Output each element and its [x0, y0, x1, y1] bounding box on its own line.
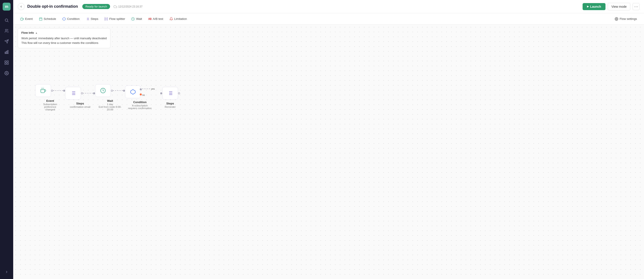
toolbar: Event Schedule Condition — [13, 13, 644, 25]
toolbar-ab-test-label: A/B test — [153, 17, 163, 21]
toolbar-item-event[interactable]: Event — [18, 16, 36, 22]
condition-no-dot — [140, 93, 142, 95]
event-label: Event Subscription preference changed — [39, 99, 61, 111]
flow-info-line2: This flow will run every time a customer… — [21, 41, 107, 45]
dot-steps2-in — [160, 92, 162, 94]
steps2-desc: Reminder — [159, 106, 181, 108]
node-event: Event Subscription preference changed — [35, 84, 65, 111]
sidebar-collapse-button[interactable] — [2, 267, 11, 276]
toolbar-item-ab-test[interactable]: AB A/B test — [146, 16, 166, 22]
node-steps1: Steps confirmation email — [65, 87, 95, 108]
sidebar-item-campaigns[interactable] — [2, 37, 11, 46]
connector-event-steps — [51, 90, 65, 92]
launch-button[interactable]: Launch — [582, 3, 606, 10]
view-mode-button[interactable]: View mode — [608, 3, 630, 10]
ab-test-icon: AB — [148, 18, 152, 21]
sidebar-logo: m — [3, 3, 10, 11]
connector-wait-condition — [111, 90, 125, 92]
svg-rect-3 — [5, 52, 6, 54]
steps1-node-box[interactable] — [65, 87, 81, 100]
timestamp-label: 12/12/2024 23:16:37 — [118, 5, 142, 8]
toolbar-item-schedule[interactable]: Schedule — [36, 16, 59, 22]
dot-wait-out — [111, 90, 113, 92]
toolbar-flow-settings[interactable]: Flow settings — [612, 16, 640, 22]
node-condition: yes no Condition A subscription requiers… — [125, 86, 155, 110]
toolbar-wait-label: Wait — [136, 17, 142, 21]
steps1-desc: confirmation email — [69, 106, 91, 108]
line-wait-condition — [113, 90, 123, 91]
dot-wait-in — [93, 92, 95, 94]
svg-rect-7 — [7, 61, 8, 62]
page-title: Double opt-in confirmation — [27, 4, 78, 9]
status-badge: Ready for launch — [82, 4, 110, 9]
svg-rect-8 — [5, 63, 6, 65]
toolbar-limitation-label: Limitation — [174, 17, 187, 21]
more-options-button[interactable]: ⋯ — [632, 3, 640, 10]
condition-desc: A subscription requiers confirmation — [128, 104, 152, 110]
line-steps1-wait — [83, 93, 93, 93]
toolbar-item-steps[interactable]: Steps — [83, 16, 101, 22]
flow-info-text: Work period: immediately after launch — … — [21, 36, 107, 45]
toolbar-flow-splitter-label: Flow splitter — [109, 17, 125, 21]
condition-label: Condition A subscription requiers confir… — [128, 101, 152, 110]
flow-info-chevron: ▲ — [35, 32, 38, 34]
toolbar-item-limitation[interactable]: Limitation — [167, 16, 190, 22]
steps2-label: Steps Reminder — [159, 102, 181, 108]
svg-point-0 — [5, 19, 8, 21]
sidebar: m — [0, 0, 13, 279]
line-event-steps — [53, 90, 63, 91]
svg-line-1 — [8, 21, 8, 22]
toolbar-item-condition[interactable]: Condition — [60, 16, 82, 22]
wait-desc2: Exit from node 8:00-20:00 — [98, 106, 122, 111]
steps1-name: Steps — [69, 102, 91, 105]
no-label: no — [142, 94, 145, 96]
svg-point-10 — [6, 73, 7, 74]
wait-desc: 1 day — [98, 103, 122, 106]
sidebar-item-search[interactable] — [2, 16, 11, 25]
node-steps2: Steps Reminder — [159, 87, 181, 108]
sidebar-item-settings[interactable] — [2, 69, 11, 78]
condition-node-box[interactable] — [125, 86, 141, 98]
svg-rect-6 — [5, 61, 6, 62]
condition-yes-dot — [140, 88, 142, 90]
flow-info-panel: Flow info ▲ Work period: immediately aft… — [18, 28, 110, 48]
steps2-node-box[interactable] — [162, 87, 178, 100]
flow-info-label: Flow info — [21, 31, 34, 34]
canvas[interactable]: Flow info ▲ Work period: immediately aft… — [13, 25, 644, 279]
toolbar-item-wait[interactable]: Wait — [128, 16, 144, 22]
svg-rect-4 — [6, 51, 7, 54]
svg-rect-9 — [7, 63, 8, 65]
condition-branches: yes no — [142, 88, 155, 96]
toolbar-steps-label: Steps — [91, 17, 98, 21]
sidebar-item-analytics[interactable] — [2, 48, 11, 56]
line-condition-yes — [142, 89, 150, 89]
wait-node-box[interactable] — [95, 84, 111, 97]
flow-nodes: Event Subscription preference changed — [35, 84, 181, 111]
event-node-box[interactable] — [35, 84, 51, 97]
toolbar-item-flow-splitter[interactable]: Flow splitter — [102, 16, 128, 22]
sidebar-item-contacts[interactable] — [2, 27, 11, 35]
event-name: Event — [39, 99, 61, 103]
back-button[interactable] — [18, 3, 25, 10]
connector-steps1-wait — [81, 92, 95, 94]
steps1-label: Steps confirmation email — [69, 102, 91, 108]
wait-name: Wait — [98, 99, 122, 103]
svg-point-27 — [616, 19, 617, 20]
steps2-name: Steps — [159, 102, 181, 105]
event-desc: Subscription preference changed — [39, 103, 61, 111]
flow-info-header[interactable]: Flow info ▲ — [21, 31, 107, 34]
sidebar-item-integrations[interactable] — [2, 58, 11, 67]
no-branch: no — [142, 94, 155, 96]
svg-marker-18 — [62, 18, 65, 20]
dot-event-out — [51, 90, 53, 92]
dot-steps1-out — [81, 92, 83, 94]
wait-label: Wait 1 day Exit from node 8:00-20:00 — [98, 99, 122, 111]
svg-point-2 — [5, 29, 7, 31]
header-actions: Launch View mode ⋯ — [582, 3, 640, 10]
toolbar-schedule-label: Schedule — [44, 17, 56, 21]
flow-info-line1: Work period: immediately after launch — … — [21, 36, 107, 41]
cloud-timestamp[interactable]: 12/12/2024 23:16:37 — [114, 5, 142, 8]
svg-marker-38 — [130, 90, 135, 94]
dot-condition-in — [123, 90, 125, 92]
node-wait: Wait 1 day Exit from node 8:00-20:00 — [95, 84, 125, 111]
